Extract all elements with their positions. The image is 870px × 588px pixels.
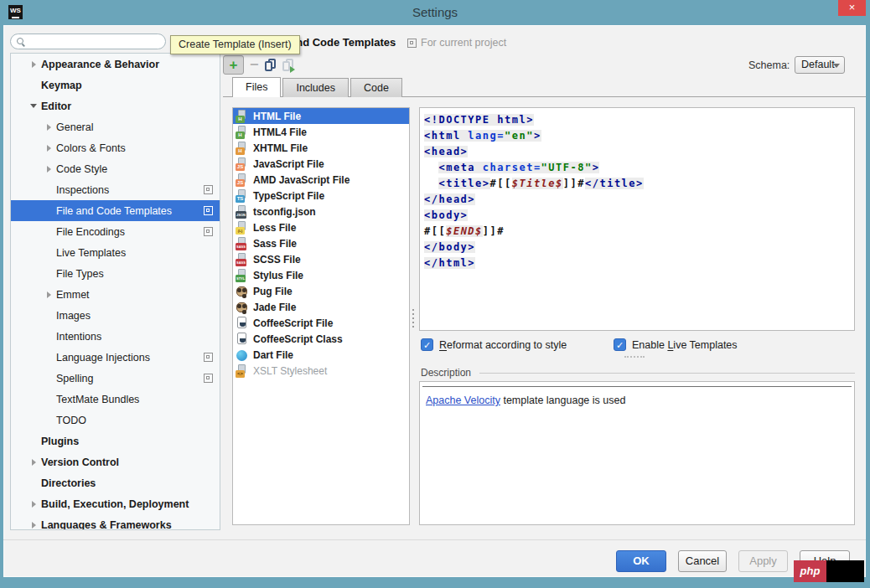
sidebar-item-general[interactable]: General — [11, 116, 220, 137]
sidebar-item-inspections[interactable]: Inspections — [11, 179, 220, 200]
tab-includes[interactable]: Includes — [282, 78, 349, 97]
stylus-file-icon: STYL — [236, 269, 249, 282]
template-item-scss-file[interactable]: SASSSCSS File — [233, 251, 409, 267]
close-icon: × — [849, 1, 856, 13]
splitter-handle[interactable] — [412, 307, 415, 330]
sidebar-item-spelling[interactable]: Spelling — [11, 368, 220, 389]
override-indicator-icon — [204, 353, 213, 362]
watermark-black-box — [826, 560, 864, 582]
tab-strip: FilesIncludesCode — [232, 77, 404, 97]
tab-files[interactable]: Files — [232, 77, 281, 97]
sidebar-item-editor[interactable]: Editor — [11, 95, 220, 116]
sidebar-item-build-execution-deployment[interactable]: Build, Execution, Deployment — [11, 493, 220, 514]
sidebar-item-language-injections[interactable]: Language Injections — [11, 347, 220, 368]
checkbox-enable-live-templates[interactable]: ✓Enable Live Templates — [614, 338, 738, 351]
chevron-right-icon[interactable] — [41, 158, 56, 179]
sidebar-item-images[interactable]: Images — [11, 305, 220, 326]
sidebar-item-version-control[interactable]: Version Control — [11, 451, 220, 472]
php-watermark-logo: php — [794, 560, 826, 582]
copy-template-button[interactable] — [265, 59, 277, 71]
template-item-xhtml-file[interactable]: HXHTML File — [233, 140, 409, 156]
chevron-right-icon[interactable] — [26, 514, 41, 530]
template-item-typescript-file[interactable]: TSTypeScript File — [233, 188, 409, 204]
chevron-right-icon[interactable] — [26, 493, 41, 514]
tooltip: Create Template (Insert) — [170, 35, 300, 54]
template-item-jade-file[interactable]: Jade File — [233, 299, 409, 315]
code-line: <head> — [424, 144, 854, 160]
template-item-html-file[interactable]: HHTML File — [233, 108, 409, 124]
code-line: </head> — [424, 192, 854, 208]
template-editor[interactable]: <!DOCTYPE html><html lang="en"><head> <m… — [419, 107, 855, 331]
window-title: Settings — [0, 0, 870, 25]
template-item-stylus-file[interactable]: STYLStylus File — [233, 267, 409, 283]
template-item-xslt-stylesheet[interactable]: <>XSLT Stylesheet — [233, 363, 409, 379]
sidebar-item-colors-fonts[interactable]: Colors & Fonts — [11, 137, 220, 158]
code-line: <title>#[[$Title$]]#</title> — [424, 176, 854, 192]
amd-javascript-file-icon: JS — [236, 173, 249, 187]
jade-file-icon — [236, 301, 249, 314]
ok-button[interactable]: OK — [616, 550, 666, 572]
sidebar-item-intentions[interactable]: Intentions — [11, 326, 220, 347]
sidebar-item-directories[interactable]: Directories — [11, 472, 220, 493]
add-icon: + — [230, 58, 238, 72]
schema-label: Schema: — [748, 59, 790, 71]
chevron-down-icon[interactable] — [26, 95, 41, 116]
coffeescript-class-icon — [236, 333, 249, 346]
override-indicator-icon — [204, 227, 213, 236]
chevron-right-icon[interactable] — [41, 116, 56, 137]
template-item-tsconfig-json[interactable]: JSONtsconfig.json — [233, 204, 409, 219]
sidebar-item-emmet[interactable]: Emmet — [11, 284, 220, 305]
sidebar-item-languages-frameworks[interactable]: Languages & Frameworks — [11, 514, 220, 530]
sidebar-item-file-encodings[interactable]: File Encodings — [11, 221, 220, 242]
sidebar-item-plugins[interactable]: Plugins — [11, 431, 220, 451]
sidebar-item-appearance-behavior[interactable]: Appearance & Behavior — [11, 54, 220, 75]
description-panel: Apache Velocity template language is use… — [419, 381, 855, 525]
sidebar-item-code-style[interactable]: Code Style — [11, 158, 220, 179]
template-item-dart-file[interactable]: Dart File — [233, 347, 409, 363]
create-template-button[interactable]: + — [223, 55, 244, 75]
sidebar-item-todo[interactable]: TODO — [11, 410, 220, 431]
template-item-javascript-file[interactable]: JSJavaScript File — [233, 156, 409, 172]
html-file-icon: H — [236, 110, 249, 123]
tab-code[interactable]: Code — [350, 78, 402, 97]
dart-file-icon — [236, 348, 249, 362]
chevron-right-icon[interactable] — [26, 54, 41, 75]
override-indicator-icon — [204, 185, 213, 194]
chevron-right-icon[interactable] — [26, 451, 41, 472]
cancel-button[interactable]: Cancel — [678, 550, 727, 572]
sidebar-item-keymap[interactable]: Keymap — [11, 75, 220, 95]
sidebar-item-textmate-bundles[interactable]: TextMate Bundles — [11, 389, 220, 410]
settings-window: WS Settings × File and Code Templates Fo… — [0, 0, 870, 588]
template-file-list: HHTML FileHHTML4 FileHXHTML FileJSJavaSc… — [232, 107, 410, 525]
sidebar-item-file-types[interactable]: File Types — [11, 263, 220, 284]
remove-template-button: − — [250, 56, 259, 74]
checkbox-reformat-according-to-style[interactable]: ✓Reformat according to style — [421, 338, 567, 351]
typescript-file-icon: TS — [236, 189, 249, 203]
code-line: </body> — [424, 240, 854, 255]
checkbox-checked-icon[interactable]: ✓ — [421, 338, 433, 351]
chevron-right-icon[interactable] — [41, 137, 56, 158]
search-input[interactable] — [29, 35, 162, 48]
apache-velocity-link[interactable]: Apache Velocity — [426, 395, 500, 406]
close-button[interactable]: × — [838, 0, 866, 16]
schema-dropdown[interactable]: Default — [795, 56, 845, 74]
template-item-amd-javascript-file[interactable]: JSAMD JavaScript File — [233, 172, 409, 188]
xslt-stylesheet-icon: <> — [236, 364, 249, 378]
sidebar-item-live-templates[interactable]: Live Templates — [11, 242, 220, 263]
chevron-right-icon[interactable] — [41, 284, 56, 305]
coffeescript-file-icon — [236, 317, 249, 330]
template-item-coffeescript-file[interactable]: CoffeeScript File — [233, 315, 409, 331]
remove-icon: − — [250, 56, 259, 74]
template-item-html4-file[interactable]: HHTML4 File — [233, 124, 409, 140]
code-line: <!DOCTYPE html> — [424, 112, 854, 128]
resize-grip-dots — [624, 356, 645, 358]
code-line: #[[$END$]]# — [424, 224, 854, 240]
template-item-less-file[interactable]: {L}Less File — [233, 219, 409, 235]
override-indicator-icon — [204, 374, 213, 383]
pug-file-icon — [236, 285, 249, 298]
template-item-coffeescript-class[interactable]: CoffeeScript Class — [233, 331, 409, 347]
template-item-sass-file[interactable]: SASSSass File — [233, 235, 409, 251]
template-item-pug-file[interactable]: Pug File — [233, 283, 409, 299]
sidebar-item-file-and-code-templates[interactable]: File and Code Templates — [11, 200, 220, 221]
checkbox-checked-icon[interactable]: ✓ — [614, 338, 626, 351]
